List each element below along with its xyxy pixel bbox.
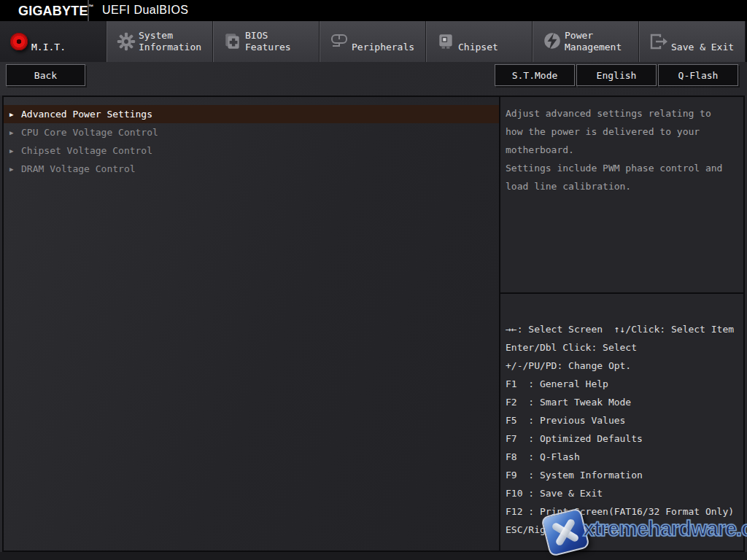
tab-label: M.I.T. <box>31 28 66 55</box>
help-line: load line calibration. <box>506 177 739 195</box>
gear-icon <box>114 32 139 51</box>
tab-mit[interactable]: M.I.T. <box>0 21 107 62</box>
key-legend-line: F8 : Q-Flash <box>506 448 740 466</box>
menu-item-cpu-core-voltage-control[interactable]: ▶ CPU Core Voltage Control <box>4 123 499 141</box>
key-legend-line: F7 : Optimized Defaults <box>506 429 740 448</box>
side-panel: Adjust advanced settings relating to how… <box>500 97 743 551</box>
product-title: UEFI DualBIOS <box>102 4 189 17</box>
submenu-arrow-icon: ▶ <box>9 129 21 136</box>
tab-power-management[interactable]: Power Management <box>533 21 639 62</box>
settings-menu: ▶ Advanced Power Settings ▶ CPU Core Vol… <box>4 97 500 551</box>
key-legend-line: F12 : Print Screen(FAT16/32 Format Only) <box>506 502 740 521</box>
tab-label: System Information <box>139 28 201 55</box>
menu-item-chipset-voltage-control[interactable]: ▶ Chipset Voltage Control <box>4 141 499 160</box>
menu-item-label: Advanced Power Settings <box>21 109 152 120</box>
tab-peripherals[interactable]: Peripherals <box>320 21 426 62</box>
st-mode-button[interactable]: S.T.Mode <box>495 64 575 86</box>
tab-label: Save & Exit <box>671 28 734 55</box>
tab-bios-features[interactable]: BIOS Features <box>213 21 320 62</box>
language-button[interactable]: English <box>576 64 657 86</box>
menu-item-label: CPU Core Voltage Control <box>21 127 158 138</box>
menu-item-label: DRAM Voltage Control <box>21 163 136 174</box>
help-line: Adjust advanced settings relating to <box>506 104 739 122</box>
header-bar: GIGABYTE™ UEFI DualBIOS <box>0 0 747 21</box>
bottom-strip <box>0 552 747 560</box>
power-bolt-icon <box>540 31 565 52</box>
help-line: Settings include PWM phase control and <box>506 159 739 177</box>
toolbar-band: Back S.T.Mode English Q-Flash <box>0 62 747 96</box>
submenu-arrow-icon: ▶ <box>9 166 21 173</box>
exit-door-icon <box>646 32 671 51</box>
key-legend-line: ESC/Right Click: Exit <box>506 521 740 539</box>
tab-save-exit[interactable]: Save & Exit <box>639 21 746 62</box>
tab-label: Chipset <box>458 28 498 55</box>
menu-item-dram-voltage-control[interactable]: ▶ DRAM Voltage Control <box>4 160 499 178</box>
chip-plus-icon <box>220 32 245 51</box>
key-legend-line: +/-/PU/PD: Change Opt. <box>506 357 740 375</box>
submenu-arrow-icon: ▶ <box>9 111 21 118</box>
help-line: motherboard. <box>506 141 739 159</box>
help-text-panel: Adjust advanced settings relating to how… <box>500 97 743 294</box>
tab-label: Power Management <box>565 28 622 55</box>
key-legend-line: →←: Select Screen ↑↓/Click: Select Item <box>506 320 740 338</box>
tab-label: BIOS Features <box>245 28 291 55</box>
menu-item-label: Chipset Voltage Control <box>21 145 152 156</box>
key-legend-line: Enter/Dbl Click: Select <box>506 338 740 357</box>
back-button[interactable]: Back <box>6 64 85 86</box>
key-legend-line: F9 : System Information <box>506 466 740 484</box>
key-legend-line: F1 : General Help <box>506 375 740 393</box>
key-legend-line: F5 : Previous Values <box>506 411 740 429</box>
mouse-icon <box>327 32 352 51</box>
key-legend-line: F10 : Save & Exit <box>506 484 740 502</box>
tab-label: Peripherals <box>352 28 414 55</box>
tab-system-information[interactable]: System Information <box>107 21 213 62</box>
qflash-button[interactable]: Q-Flash <box>658 64 738 86</box>
main-panel: ▶ Advanced Power Settings ▶ CPU Core Vol… <box>2 96 745 552</box>
tab-chipset[interactable]: Chipset <box>426 21 533 62</box>
submenu-arrow-icon: ▶ <box>9 147 21 155</box>
gigabyte-logo-text: GIGABYTE <box>18 4 88 18</box>
tab-bar: M.I.T. <box>0 21 747 62</box>
gigabyte-logo: GIGABYTE™ <box>18 4 94 19</box>
bios-screen: GIGABYTE™ UEFI DualBIOS M.I.T. <box>0 0 747 560</box>
mit-dial-icon <box>7 33 31 50</box>
key-legend-panel: →←: Select Screen ↑↓/Click: Select Item … <box>500 294 743 551</box>
help-line: how the power is delivered to your <box>506 122 739 141</box>
menu-item-advanced-power-settings[interactable]: ▶ Advanced Power Settings <box>4 105 499 123</box>
key-legend-line: F2 : Smart Tweak Mode <box>506 393 740 411</box>
chipset-icon <box>433 32 458 51</box>
header-divider <box>88 0 89 21</box>
